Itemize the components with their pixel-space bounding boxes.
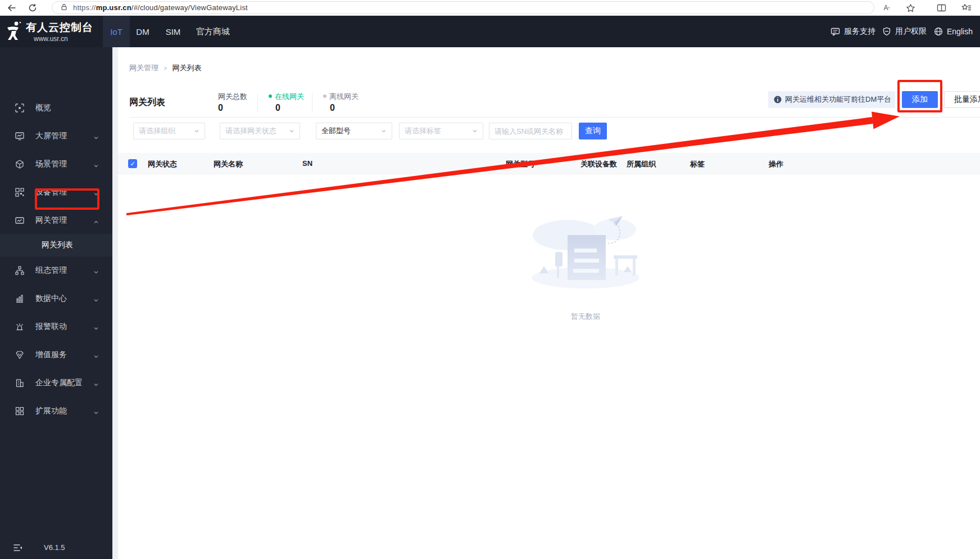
add-gateway-button[interactable]: 添加 [902,91,938,108]
logo[interactable]: 有人云控制台 www.usr.cn [0,16,112,47]
breadcrumb-separator: > [164,65,167,71]
online-dot-icon [269,94,272,98]
stat-divider [257,93,258,112]
scene-cube-icon [15,160,24,169]
sidebar-item-overview[interactable]: 概览 [0,100,112,116]
sidebar-item-device-mgmt[interactable]: 设备管理 [0,184,112,200]
tag-select[interactable]: 请选择标签 [399,123,483,139]
chevron-down-icon [289,127,294,136]
usr-logo-icon [5,21,24,42]
topology-icon [15,266,24,275]
header-action-permissions[interactable]: 用户权限 [882,16,927,47]
section-divider [129,117,980,118]
sidebar-item-enterprise-config[interactable]: 企业专属配置 [0,375,112,391]
info-icon [774,96,782,103]
tab-dm[interactable]: DM [130,16,155,47]
breadcrumb: 网关管理 > 网关列表 [129,63,201,73]
gateway-status-select[interactable]: 请选择网关状态 [220,123,300,139]
shield-icon [882,27,891,36]
batch-add-button[interactable]: 批量添加 [944,91,980,108]
chevron-down-icon [93,133,99,142]
breadcrumb-parent[interactable]: 网关管理 [129,63,158,73]
big-screen-icon [15,132,24,141]
stat-total-label: 网关总数 [218,92,247,102]
chevron-down-icon [93,324,99,333]
chevron-down-icon [93,408,99,417]
device-grid-icon [15,188,24,197]
building-icon [15,378,24,387]
notice-text: 网关运维相关功能可前往DM平台 [785,94,891,105]
siren-icon [15,322,24,331]
stat-online-value: 0 [275,103,280,113]
stat-offline-label: 离线网关 [323,92,359,102]
col-gateway-status: 网关状态 [148,159,177,169]
chevron-down-icon [93,380,99,389]
logo-title: 有人云控制台 [26,20,93,35]
chevron-down-icon [93,352,99,361]
header-action-support[interactable]: 服务支持 [831,16,875,47]
sidebar-item-alarm-linkage[interactable]: 报警联动 [0,319,112,335]
sidebar-item-configuration-mgmt[interactable]: 组态管理 [0,263,112,278]
header-action-language[interactable]: English [934,16,973,47]
sidebar-item-gateway-list[interactable]: 网关列表 [0,234,112,256]
favorites-bar-icon[interactable] [960,1,973,15]
globe-icon [934,27,943,36]
chevron-down-icon [93,161,99,170]
col-gateway-name: 网关名称 [214,159,243,169]
chevron-up-icon [93,218,99,227]
model-select[interactable]: 全部型号 [316,123,392,139]
dm-platform-notice: 网关运维相关功能可前往DM平台 [768,91,895,108]
chevron-down-icon [472,127,478,136]
chevron-down-icon [194,127,199,136]
select-all-checkbox[interactable]: ✓ [128,159,137,168]
empty-state-text: 暂无数据 [529,312,642,322]
browser-back-icon[interactable] [4,1,18,15]
app-version: V6.1.5 [44,543,65,552]
col-tags: 标签 [690,159,705,169]
sidebar-item-gateway-mgmt[interactable]: 网关管理 [0,213,112,228]
sidebar-item-data-center[interactable]: 数据中心 [0,291,112,306]
tab-official-mall[interactable]: 官方商城 [193,16,233,47]
page-title: 网关列表 [129,97,165,109]
sidebar-footer: V6.1.5 [0,542,112,556]
stat-offline-value: 0 [330,103,335,113]
browser-url-bar[interactable]: https://mp.usr.cn/#/cloud/gateway/ViewGa… [52,1,874,14]
tab-iot[interactable]: IoT [103,16,130,47]
collapse-sidebar-icon[interactable] [13,544,22,552]
org-select[interactable]: 请选择组织 [133,123,205,139]
url-text: https://mp.usr.cn/#/cloud/gateway/ViewGa… [73,3,248,12]
breadcrumb-current: 网关列表 [172,63,201,73]
sn-search-input[interactable] [489,123,572,139]
offline-dot-icon [323,94,326,98]
chevron-down-icon [93,190,99,199]
tab-sim[interactable]: SIM [161,16,185,47]
split-screen-icon[interactable] [934,1,948,15]
lock-icon [60,3,68,13]
sidebar: 概览 大屏管理 场景管理 设备管理 网关管理 网关列表 组态管理 数据中心 报警… [0,47,112,559]
chat-icon [831,27,840,36]
col-organization: 所属组织 [627,159,656,169]
empty-state-illustration [529,200,642,290]
chevron-down-icon [93,296,99,305]
search-button[interactable]: 查询 [579,123,607,139]
col-linked-devices: 关联设备数 [580,159,617,169]
col-sn: SN [302,159,312,168]
sidebar-item-extensions[interactable]: 扩展功能 [0,403,112,419]
stat-total-value: 0 [218,103,223,113]
col-actions: 操作 [769,159,783,169]
chevron-down-icon [93,268,99,277]
logo-subtitle: www.usr.cn [34,35,68,43]
browser-chrome: https://mp.usr.cn/#/cloud/gateway/ViewGa… [0,0,980,16]
col-gateway-model: 网关型号 [506,159,535,169]
app-header: 有人云控制台 www.usr.cn IoT DM SIM 官方商城 服务支持 用… [0,16,980,47]
browser-refresh-icon[interactable] [26,1,39,15]
four-squares-icon [15,407,24,416]
stat-divider [312,93,312,112]
sidebar-item-scene-mgmt[interactable]: 场景管理 [0,156,112,172]
gateway-chart-icon [15,216,24,225]
read-aloud-icon[interactable]: Aⁿ [880,1,893,15]
sidebar-item-screen-mgmt[interactable]: 大屏管理 [0,128,112,144]
favorite-star-icon[interactable] [904,1,917,15]
sidebar-item-value-added[interactable]: 增值服务 [0,347,112,363]
bar-chart-icon [15,294,24,303]
